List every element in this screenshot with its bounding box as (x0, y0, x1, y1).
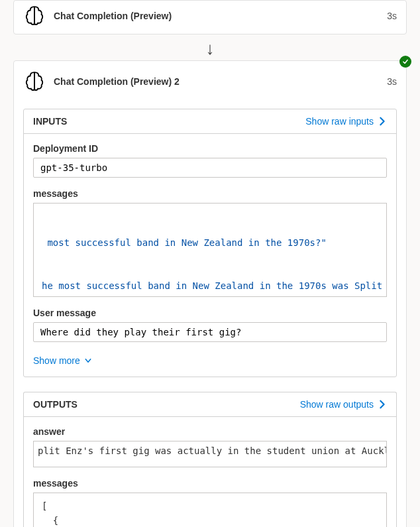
node-header[interactable]: Chat Completion (Preview) 2 3s (23, 70, 397, 93)
show-raw-outputs-label: Show raw outputs (300, 399, 374, 410)
output-messages-scroll-box[interactable]: [ { "role": "system", (33, 493, 387, 527)
show-more-link[interactable]: Show more (33, 353, 387, 371)
outputs-section-header: OUTPUTS Show raw outputs (24, 392, 396, 417)
node-title: Chat Completion (Preview) 2 (54, 76, 379, 87)
show-raw-outputs-link[interactable]: Show raw outputs (300, 399, 387, 410)
user-message-label: User message (33, 308, 387, 318)
user-message-field: User message (33, 308, 387, 342)
chevron-right-icon (378, 117, 387, 126)
show-raw-inputs-label: Show raw inputs (305, 116, 374, 127)
show-raw-inputs-link[interactable]: Show raw inputs (305, 116, 387, 127)
answer-text: plit Enz's first gig was actually in the… (38, 445, 387, 456)
chevron-right-icon (378, 400, 387, 409)
messages-field: messages most successful band in New Zea… (33, 188, 387, 297)
status-success-badge (399, 56, 411, 68)
answer-label: answer (33, 426, 387, 437)
node-duration: 3s (387, 76, 397, 87)
previous-node-title: Chat Completion (Preview) (54, 11, 379, 21)
json-line-1: [ (42, 500, 47, 511)
messages-line-2: he most successful band in New Zealand i… (42, 280, 387, 291)
chevron-down-icon (84, 357, 92, 365)
answer-scroll-box[interactable]: plit Enz's first gig was actually in the… (33, 441, 387, 467)
brain-icon (23, 5, 46, 27)
inputs-section: INPUTS Show raw inputs Deployment ID mes… (23, 109, 397, 377)
inputs-section-title: INPUTS (33, 116, 305, 127)
outputs-section: OUTPUTS Show raw outputs answer plit Enz… (23, 392, 397, 527)
messages-line-1: most successful band in New Zealand in t… (42, 237, 327, 248)
deployment-id-field: Deployment ID (33, 143, 387, 178)
deployment-id-label: Deployment ID (33, 143, 387, 154)
messages-label: messages (33, 188, 387, 199)
user-message-input[interactable] (33, 322, 387, 342)
output-messages-field: messages [ { "role": "system", (33, 478, 387, 527)
show-more-label: Show more (33, 355, 80, 366)
check-icon (402, 58, 409, 65)
outputs-section-title: OUTPUTS (33, 399, 300, 410)
previous-node-duration: 3s (387, 11, 397, 21)
inputs-section-header: INPUTS Show raw inputs (24, 109, 396, 134)
output-messages-label: messages (33, 478, 387, 489)
previous-node-header[interactable]: Chat Completion (Preview) 3s (13, 0, 407, 34)
messages-scroll-box[interactable]: most successful band in New Zealand in t… (33, 203, 387, 297)
node-card: Chat Completion (Preview) 2 3s INPUTS Sh… (13, 60, 407, 527)
deployment-id-input[interactable] (33, 158, 387, 178)
json-line-2: { (42, 515, 58, 526)
answer-field: answer plit Enz's first gig was actually… (33, 426, 387, 467)
flow-arrow-icon: ↓ (0, 34, 420, 60)
brain-icon (23, 70, 46, 93)
